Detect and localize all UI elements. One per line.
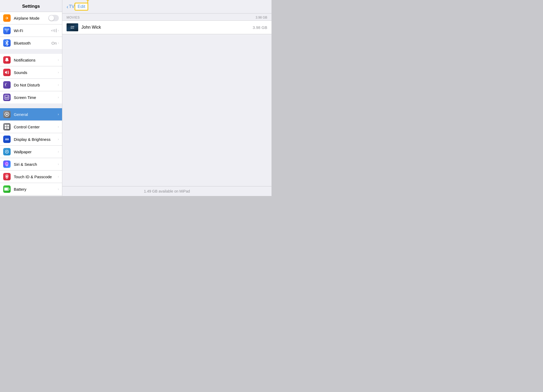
sidebar-item-sounds[interactable]: Sounds › — [0, 66, 62, 79]
airplane-mode-toggle[interactable] — [48, 15, 59, 21]
sidebar-item-battery[interactable]: Battery › — [0, 183, 62, 195]
svg-point-13 — [6, 162, 8, 165]
sidebar-group-3: General › Control Center › AA Display & — [0, 108, 62, 196]
general-icon — [3, 111, 11, 118]
sidebar-item-airplane-mode[interactable]: ✈ Airplane Mode — [0, 12, 62, 24]
movie-thumb-text: JOHNWICK — [71, 26, 74, 29]
chevron-icon: › — [58, 175, 59, 178]
chevron-icon: › — [58, 71, 59, 74]
svg-point-10 — [8, 150, 8, 151]
section-label: MOVIES — [67, 16, 80, 19]
movie-title: John Wick — [81, 25, 253, 30]
sidebar-item-wifi[interactable]: Wi-Fi › — [0, 24, 62, 37]
sidebar-group-2: Notifications › Sounds › — [0, 54, 62, 103]
nav-back-button[interactable]: ‹ TV — [67, 4, 75, 10]
sidebar-list: ✈ Airplane Mode Wi-Fi — [0, 12, 62, 196]
movie-row[interactable]: JOHNWICK John Wick 3.98 GB — [62, 21, 272, 34]
sidebar-item-general[interactable]: General › — [0, 108, 62, 121]
chevron-icon: › — [58, 125, 59, 129]
sidebar-item-label: Wallpaper — [14, 150, 57, 154]
movie-thumbnail: JOHNWICK — [67, 23, 78, 31]
svg-rect-6 — [7, 127, 9, 129]
sidebar-item-label: Notifications — [14, 58, 57, 62]
sidebar-item-label: Screen Time — [14, 95, 57, 100]
battery-icon — [3, 185, 11, 193]
bluetooth-icon — [3, 39, 11, 47]
svg-point-12 — [8, 153, 8, 153]
sidebar-item-wallpaper[interactable]: Wallpaper › — [0, 146, 62, 158]
sidebar-item-label: Touch ID & Passcode — [14, 175, 57, 179]
sidebar-title: Settings — [0, 0, 62, 12]
sidebar-item-bluetooth[interactable]: Bluetooth On › — [0, 37, 62, 49]
sidebar-item-display[interactable]: AA Display & Brightness › — [0, 133, 62, 146]
sidebar-item-donotdisturb[interactable]: Do Not Disturb › — [0, 79, 62, 91]
section-total-size: 3.98 GB — [256, 16, 267, 19]
bluetooth-value: On — [51, 41, 57, 45]
chevron-icon: › — [58, 162, 59, 166]
sidebar-item-label: Control Center — [14, 125, 57, 129]
toggle-knob — [49, 15, 54, 21]
airplane-mode-icon: ✈ — [3, 14, 11, 22]
movies-list: JOHNWICK John Wick 3.98 GB — [62, 20, 272, 34]
svg-rect-5 — [5, 127, 7, 129]
movie-size: 3.98 GB — [253, 25, 267, 30]
svg-point-9 — [6, 150, 6, 151]
chevron-icon: › — [58, 58, 59, 62]
chevron-icon: › — [58, 41, 59, 45]
sidebar-item-touchid[interactable]: Touch ID & Passcode › — [0, 171, 62, 183]
chevron-icon: › — [58, 137, 59, 141]
sidebar-item-label: Bluetooth — [14, 41, 51, 45]
chevron-icon: › — [58, 112, 59, 116]
notifications-icon — [3, 56, 11, 64]
sidebar-item-label: Sounds — [14, 70, 57, 75]
screentime-icon — [3, 94, 11, 101]
bottom-bar: 1.49 GB available on MiPad — [62, 186, 272, 196]
controlcenter-icon — [3, 123, 11, 130]
sidebar-item-label: Battery — [14, 187, 57, 191]
sidebar-item-notifications[interactable]: Notifications › — [0, 54, 62, 66]
sidebar-group-1: ✈ Airplane Mode Wi-Fi — [0, 12, 62, 49]
sidebar-item-controlcenter[interactable]: Control Center › — [0, 121, 62, 133]
wifi-icon — [3, 27, 11, 34]
svg-point-11 — [6, 153, 6, 153]
sidebar-item-label: Wi-Fi — [14, 28, 51, 33]
content-area: MOVIES 3.98 GB JOHNWICK John Wick 3.98 G… — [62, 14, 272, 186]
touchid-icon — [3, 173, 11, 180]
display-icon: AA — [3, 136, 11, 143]
chevron-icon: › — [58, 83, 59, 87]
svg-point-8 — [6, 151, 7, 152]
nav-back-label: TV — [69, 4, 75, 9]
chevron-icon: › — [58, 150, 59, 154]
wallpaper-icon — [3, 148, 11, 155]
sidebar: Settings ✈ Airplane Mode — [0, 0, 62, 196]
svg-point-2 — [6, 114, 8, 115]
sidebar-item-label: General — [14, 112, 57, 117]
main-content: ‹ TV Edit MOVIES 3.98 GB JOHNWICK John W… — [62, 0, 272, 196]
section-header: MOVIES 3.98 GB — [62, 14, 272, 20]
svg-rect-16 — [5, 188, 8, 190]
sidebar-item-label: Airplane Mode — [14, 16, 48, 20]
siri-icon — [3, 160, 11, 168]
storage-available-text: 1.49 GB available on MiPad — [144, 189, 190, 193]
wifi-bars — [51, 29, 57, 32]
edit-button-highlighted[interactable]: Edit — [75, 3, 88, 11]
svg-rect-4 — [7, 125, 9, 127]
sidebar-item-label: Siri & Search — [14, 162, 57, 167]
edit-annotation: Edit — [75, 3, 88, 11]
back-chevron-icon: ‹ — [67, 4, 68, 10]
svg-rect-15 — [9, 189, 10, 190]
sidebar-item-siri[interactable]: Siri & Search › — [0, 158, 62, 171]
sounds-icon — [3, 69, 11, 76]
sidebar-item-screentime[interactable]: Screen Time › — [0, 91, 62, 103]
svg-rect-3 — [5, 125, 7, 127]
chevron-icon: › — [58, 187, 59, 191]
chevron-icon: › — [58, 95, 59, 99]
donotdisturb-icon — [3, 81, 11, 89]
sidebar-item-privacy[interactable]: Privacy › — [0, 195, 62, 196]
sidebar-item-label: Do Not Disturb — [14, 83, 57, 87]
nav-bar: ‹ TV Edit — [62, 0, 272, 14]
sidebar-item-label: Display & Brightness — [14, 137, 57, 142]
chevron-icon: › — [58, 29, 59, 32]
